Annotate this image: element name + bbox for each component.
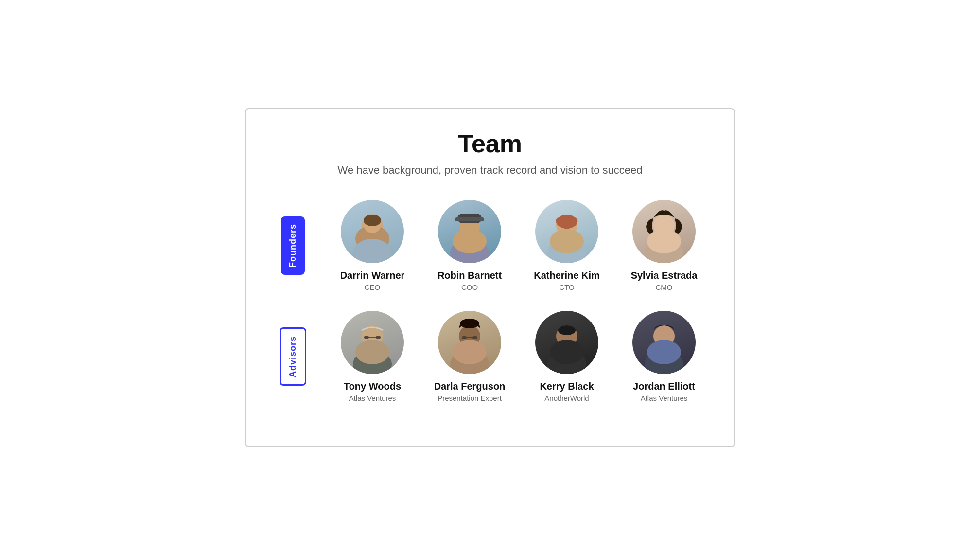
- avatar-tony: [341, 311, 404, 374]
- member-robin-role: COO: [461, 283, 478, 291]
- member-darrin-role: CEO: [365, 283, 381, 291]
- svg-point-13: [550, 229, 584, 253]
- page-subtitle: We have background, proven track record …: [338, 164, 643, 177]
- advisors-label-wrapper: Advisors: [275, 327, 310, 386]
- svg-rect-19: [364, 336, 369, 339]
- avatar-sylvia: [632, 200, 696, 263]
- member-jordan: Jordan Elliott Atlas Ventures: [615, 311, 713, 402]
- member-kerry: Kerry Black AnotherWorld: [518, 311, 615, 402]
- member-darrin: Darrin Warner CEO: [324, 200, 421, 291]
- svg-point-32: [558, 325, 576, 335]
- member-darla: Darla Ferguson Presentation Expert: [421, 311, 518, 402]
- svg-point-29: [453, 340, 487, 364]
- svg-point-4: [364, 215, 381, 226]
- advisors-section: Advisors Tony Woods Atlas Ventures: [275, 311, 705, 402]
- svg-rect-9: [455, 217, 484, 221]
- member-katherine-name: Katherine Kim: [534, 270, 600, 281]
- founders-grid: Darrin Warner CEO Robin Barnett COO: [324, 200, 713, 291]
- advisors-label: Advisors: [280, 327, 306, 386]
- svg-point-33: [550, 340, 584, 364]
- member-jordan-role: Atlas Ventures: [641, 394, 688, 402]
- svg-point-10: [453, 229, 487, 253]
- member-tony-role: Atlas Ventures: [349, 394, 396, 402]
- svg-rect-27: [472, 336, 477, 339]
- slide: Team We have background, proven track re…: [245, 108, 735, 447]
- member-kerry-name: Kerry Black: [540, 381, 594, 392]
- member-darla-role: Presentation Expert: [438, 394, 502, 402]
- advisors-grid: Tony Woods Atlas Ventures: [324, 311, 713, 402]
- member-sylvia: Sylvia Estrada CMO: [615, 200, 713, 291]
- avatar-darla: [438, 311, 501, 374]
- member-darrin-name: Darrin Warner: [340, 270, 405, 281]
- svg-rect-26: [462, 336, 467, 339]
- member-tony: Tony Woods Atlas Ventures: [324, 311, 421, 402]
- member-darla-name: Darla Ferguson: [434, 381, 506, 392]
- member-tony-name: Tony Woods: [344, 381, 401, 392]
- member-kerry-role: AnotherWorld: [544, 394, 589, 402]
- svg-point-36: [647, 340, 681, 364]
- svg-point-16: [647, 229, 681, 253]
- member-katherine: Katherine Kim CTO: [518, 200, 615, 291]
- avatar-jordan: [632, 311, 696, 374]
- member-sylvia-name: Sylvia Estrada: [631, 270, 698, 281]
- member-jordan-name: Jordan Elliott: [633, 381, 695, 392]
- founders-label-wrapper: Founders: [275, 216, 310, 275]
- svg-point-25: [460, 319, 479, 328]
- avatar-darrin: [341, 200, 404, 263]
- avatar-kerry: [535, 311, 598, 374]
- svg-point-22: [355, 340, 389, 364]
- page-title: Team: [458, 129, 522, 158]
- member-robin: Robin Barnett COO: [421, 200, 518, 291]
- avatar-katherine: [535, 200, 598, 263]
- svg-rect-20: [376, 336, 381, 339]
- member-sylvia-role: CMO: [656, 283, 673, 291]
- founders-label: Founders: [281, 216, 305, 275]
- founders-section: Founders Darrin Warner CEO: [275, 200, 705, 291]
- avatar-robin: [438, 200, 501, 263]
- member-robin-name: Robin Barnett: [438, 270, 502, 281]
- member-katherine-role: CTO: [559, 283, 574, 291]
